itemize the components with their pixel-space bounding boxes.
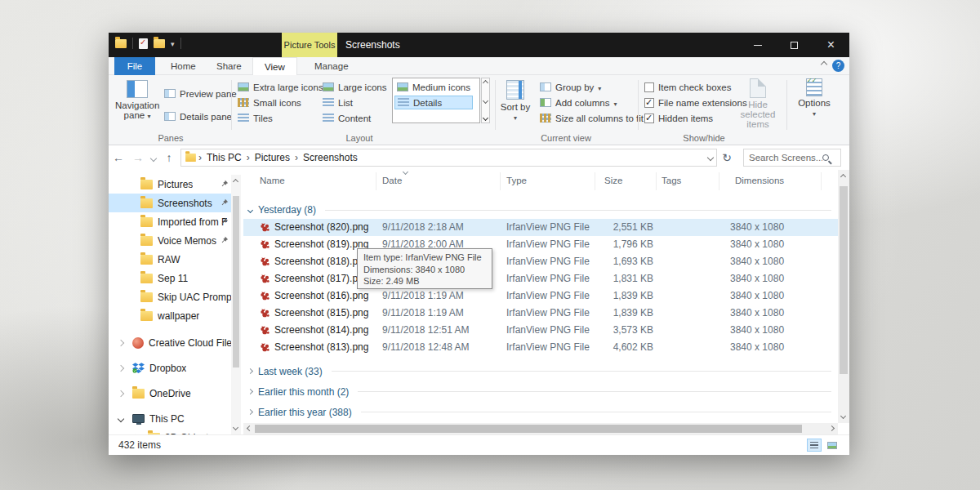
horizontal-scrollbar[interactable]: [243, 423, 838, 434]
sidebar-item-sep-11[interactable]: Sep 11: [109, 269, 243, 287]
details-view-button[interactable]: Details: [394, 96, 473, 109]
minimize-button[interactable]: [739, 33, 776, 57]
sidebar-item-wallpaper[interactable]: wallpaper: [109, 306, 243, 325]
medium-icons-button[interactable]: Medium icons: [394, 80, 473, 94]
qat-customize-icon[interactable]: [171, 38, 175, 49]
file-row[interactable]: Screenshot (819).png 9/11/2018 2:00 AM I…: [243, 236, 838, 253]
sidebar-item-skip-uac-prompt[interactable]: Skip UAC Prompt: [109, 287, 243, 306]
content-button[interactable]: Content: [323, 111, 371, 125]
sidebar-item-imported-from[interactable]: Imported from F: [109, 212, 243, 231]
sidebar-item-onedrive[interactable]: OneDrive: [109, 384, 243, 403]
qat-new-folder-icon[interactable]: [154, 39, 165, 48]
preview-pane-button[interactable]: Preview pane: [164, 87, 237, 100]
sidebar-item-creative-cloud[interactable]: Creative Cloud Files: [109, 333, 243, 352]
file-row[interactable]: Screenshot (814).png 9/11/2018 12:51 AM …: [243, 322, 838, 339]
file-row[interactable]: Screenshot (817).png IrfanView PNG File …: [243, 270, 838, 287]
column-tags[interactable]: Tags: [662, 176, 681, 185]
list-button[interactable]: List: [323, 96, 353, 109]
scroll-up-icon[interactable]: [840, 174, 846, 180]
sort-by-button[interactable]: Sort by: [499, 78, 532, 122]
tab-home[interactable]: Home: [159, 57, 207, 75]
up-icon[interactable]: [159, 151, 179, 164]
group-header-yesterday[interactable]: Yesterday (8): [243, 201, 838, 219]
file-row[interactable]: Screenshot (818).png IrfanView PNG File …: [243, 253, 838, 270]
thumbnail-view-toggle[interactable]: [825, 439, 840, 452]
gallery-up-icon[interactable]: [483, 80, 488, 86]
group-header-last-week[interactable]: Last week (33): [243, 361, 838, 381]
file-row[interactable]: Screenshot (816).png 9/11/2018 1:19 AM I…: [243, 287, 838, 305]
back-icon[interactable]: [109, 151, 128, 164]
scroll-up-icon[interactable]: [233, 179, 238, 185]
hide-selected-items-button[interactable]: Hide selected items: [734, 78, 782, 129]
breadcrumb-screenshots[interactable]: Screenshots: [300, 152, 361, 163]
picture-tools-contextual-tab[interactable]: Picture Tools: [282, 33, 337, 57]
scrollbar-thumb[interactable]: [233, 196, 239, 368]
hidden-items-checkbox[interactable]: Hidden items: [644, 111, 713, 125]
vertical-scrollbar[interactable]: [838, 170, 849, 423]
scroll-right-icon[interactable]: [829, 425, 835, 431]
expand-icon[interactable]: [118, 339, 124, 345]
close-button[interactable]: [813, 33, 849, 57]
item-check-boxes-checkbox[interactable]: Item check boxes: [644, 80, 731, 94]
refresh-icon[interactable]: [717, 151, 737, 164]
title-bar[interactable]: Picture Tools Screenshots: [109, 33, 849, 57]
group-by-button[interactable]: Group by: [540, 80, 601, 94]
large-icons-button[interactable]: Large icons: [323, 80, 386, 94]
column-dimensions[interactable]: Dimensions: [735, 176, 784, 185]
sidebar-item-dropbox[interactable]: Dropbox: [109, 359, 243, 377]
options-button[interactable]: Options: [793, 78, 835, 118]
scroll-down-icon[interactable]: [233, 425, 238, 430]
address-dropdown-icon[interactable]: [707, 154, 714, 161]
expand-icon[interactable]: [118, 364, 124, 371]
scroll-down-icon[interactable]: [840, 413, 846, 419]
recent-locations-icon[interactable]: [148, 152, 159, 163]
maximize-button[interactable]: [776, 33, 813, 57]
tab-file[interactable]: File: [114, 57, 155, 75]
file-row[interactable]: Screenshot (820).png 9/11/2018 2:18 AM I…: [243, 219, 838, 236]
tab-share[interactable]: Share: [205, 57, 253, 75]
qat-properties-icon[interactable]: [139, 38, 148, 49]
file-row[interactable]: Screenshot (815).png 9/11/2018 1:19 AM I…: [243, 305, 838, 322]
sidebar-item-pictures[interactable]: Pictures: [109, 175, 243, 194]
sidebar-item-3d-objects[interactable]: 3D Objects: [109, 428, 243, 434]
breadcrumb-this-pc[interactable]: This PC: [203, 152, 245, 163]
details-pane-button[interactable]: Details pane: [164, 109, 232, 123]
file-name-extensions-checkbox[interactable]: File name extensions: [644, 96, 747, 109]
qat-folder-icon[interactable]: [115, 39, 127, 48]
search-icon[interactable]: [822, 154, 829, 161]
column-size[interactable]: Size: [604, 176, 622, 185]
gallery-down-icon[interactable]: [483, 97, 488, 103]
scrollbar-thumb[interactable]: [840, 186, 848, 374]
group-header-earlier-this-month[interactable]: Earlier this month (2): [243, 381, 838, 402]
sidebar-scrollbar[interactable]: [231, 175, 241, 434]
expand-icon[interactable]: [118, 390, 124, 396]
sidebar-item-this-pc[interactable]: This PC: [109, 409, 243, 428]
breadcrumb-pictures[interactable]: Pictures: [252, 152, 293, 163]
sidebar-item-raw[interactable]: RAW: [109, 250, 243, 269]
tab-manage[interactable]: Manage: [303, 57, 360, 75]
search-box[interactable]: [743, 149, 841, 167]
size-columns-button[interactable]: Size all columns to fit: [540, 111, 644, 125]
help-icon[interactable]: [832, 60, 844, 72]
collapse-icon[interactable]: [118, 415, 124, 421]
column-type[interactable]: Type: [506, 176, 527, 185]
search-input[interactable]: [744, 153, 822, 163]
small-icons-button[interactable]: Small icons: [238, 96, 301, 109]
tab-view[interactable]: View: [252, 57, 297, 75]
breadcrumb[interactable]: This PC Pictures Screenshots: [180, 149, 717, 167]
navigation-pane-button[interactable]: Navigation pane: [115, 78, 159, 120]
group-header-earlier-this-year[interactable]: Earlier this year (388): [243, 402, 838, 422]
sidebar-item-screenshots[interactable]: Screenshots: [109, 194, 231, 212]
extra-large-icons-button[interactable]: Extra large icons: [238, 80, 323, 94]
scroll-left-icon[interactable]: [247, 425, 252, 431]
details-view-toggle[interactable]: [807, 439, 822, 452]
scrollbar-thumb[interactable]: [255, 425, 802, 433]
file-row[interactable]: Screenshot (813).png 9/11/2018 12:48 AM …: [243, 339, 838, 356]
column-date[interactable]: Date: [382, 176, 402, 185]
tiles-button[interactable]: Tiles: [238, 111, 273, 125]
add-columns-button[interactable]: Add columns: [540, 96, 617, 109]
gallery-more-icon[interactable]: [483, 115, 488, 121]
column-name[interactable]: Name: [260, 176, 285, 185]
forward-icon[interactable]: [128, 151, 148, 164]
sidebar-item-voice-memos[interactable]: Voice Memos: [109, 231, 243, 250]
